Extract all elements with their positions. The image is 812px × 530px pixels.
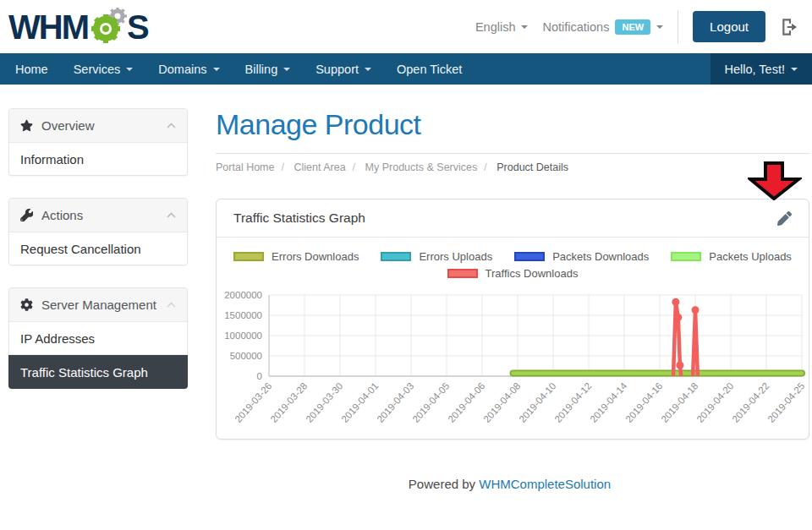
nav-item-home[interactable]: Home	[0, 53, 61, 85]
sidebar-panel-title: Overview	[41, 118, 95, 133]
nav-item-open-ticket[interactable]: Open Ticket	[384, 53, 475, 85]
sidebar-item-information[interactable]: Information	[9, 143, 187, 175]
legend-item[interactable]: Packets Downloads	[514, 250, 649, 263]
language-label: English	[475, 20, 516, 34]
whmcs-link[interactable]: WHMCompleteSolution	[479, 477, 611, 491]
sidebar-panel-actions: Actions Request Cancellation	[8, 198, 188, 265]
red-arrow-annotation	[748, 161, 802, 200]
svg-text:500000: 500000	[230, 351, 262, 361]
legend-item[interactable]: Traffics Downloads	[447, 267, 579, 280]
nav-item-domains[interactable]: Domains	[145, 53, 232, 85]
legend-row-2: Traffics Downloads	[220, 267, 805, 280]
logout-button[interactable]: Logout	[693, 11, 765, 42]
whmcs-logo[interactable]: WHM	[8, 8, 148, 46]
sidebar-header-server-management[interactable]: Server Management	[9, 288, 187, 322]
legend-item[interactable]: Errors Downloads	[233, 250, 359, 263]
wrench-icon	[20, 209, 33, 221]
sidebar: Overview Information Actions Request Can…	[8, 108, 188, 411]
legend-swatch	[447, 269, 478, 278]
language-dropdown[interactable]: English	[475, 20, 529, 34]
legend-swatch	[671, 252, 701, 261]
card-header: Traffic Statistics Graph	[217, 199, 809, 238]
edit-pencil-icon[interactable]	[777, 211, 792, 226]
svg-text:1000000: 1000000	[224, 331, 262, 341]
notifications-dropdown[interactable]: Notifications NEW	[542, 19, 663, 35]
traffic-chart: 05000001000000150000020000002019-03-2620…	[220, 287, 805, 435]
sidebar-item-traffic-statistics-graph[interactable]: Traffic Statistics Graph	[8, 354, 188, 389]
footer: Powered by WHMCompleteSolution	[216, 477, 804, 491]
breadcrumb-my-products[interactable]: My Products & Services	[365, 161, 478, 173]
chevron-down-icon	[791, 68, 798, 71]
sidebar-panel-server-management: Server Management IP Addresses Traffic S…	[8, 287, 188, 389]
legend-item[interactable]: Errors Uploads	[381, 250, 492, 263]
svg-text:2019-04-25: 2019-04-25	[765, 380, 805, 424]
legend-swatch	[233, 252, 264, 261]
svg-text:2000000: 2000000	[224, 290, 262, 300]
sidebar-item-ip-addresses[interactable]: IP Addresses	[9, 322, 187, 354]
notifications-label: Notifications	[542, 20, 609, 34]
user-menu[interactable]: Hello, Test!	[710, 53, 812, 85]
page-title: Manage Product	[216, 108, 809, 154]
legend-swatch	[381, 252, 411, 261]
legend-label: Errors Uploads	[419, 250, 492, 263]
legend-item[interactable]: Packets Uploads	[671, 250, 792, 263]
traffic-statistics-card: Traffic Statistics Graph Errors Download…	[216, 199, 809, 440]
star-icon	[20, 119, 33, 132]
legend-label: Packets Uploads	[709, 250, 792, 263]
nav-item-services[interactable]: Services	[61, 53, 146, 85]
breadcrumb-product-details: Product Details	[497, 161, 568, 173]
gear-icon	[20, 298, 33, 311]
chevron-up-icon	[167, 212, 176, 218]
svg-text:0: 0	[257, 371, 262, 381]
card-title: Traffic Statistics Graph	[233, 210, 365, 226]
breadcrumb-portal-home[interactable]: Portal Home	[216, 161, 274, 173]
chevron-up-icon	[167, 123, 176, 128]
sidebar-panel-title: Actions	[41, 208, 83, 222]
logo-text-whm: WHM	[8, 10, 88, 44]
sidebar-panel-overview: Overview Information	[8, 108, 188, 176]
card-body: Errors DownloadsErrors UploadsPackets Do…	[217, 238, 809, 439]
chevron-down-icon	[213, 68, 220, 71]
sidebar-item-request-cancellation[interactable]: Request Cancellation	[9, 232, 187, 265]
top-header: WHM	[0, 0, 812, 53]
nav-item-billing[interactable]: Billing	[233, 53, 304, 85]
legend-label: Traffics Downloads	[486, 267, 579, 280]
legend-label: Errors Downloads	[272, 250, 359, 263]
main-navbar: Home Services Domains Billing Support Op…	[0, 53, 812, 85]
chevron-down-icon	[365, 68, 371, 71]
logo-gears-icon	[89, 8, 128, 46]
header-divider	[678, 10, 678, 44]
chevron-down-icon	[283, 68, 290, 71]
legend-row-1: Errors DownloadsErrors UploadsPackets Do…	[220, 250, 805, 263]
svg-text:1500000: 1500000	[224, 310, 262, 320]
signout-icon[interactable]	[780, 16, 802, 38]
sidebar-header-actions[interactable]: Actions	[9, 199, 187, 232]
new-badge: NEW	[615, 19, 650, 35]
main-content: Manage Product Portal Home/ Client Area/…	[216, 108, 809, 440]
chevron-up-icon	[167, 302, 176, 308]
chevron-down-icon	[656, 25, 663, 29]
logo-text-s: S	[127, 10, 148, 44]
legend-swatch	[514, 252, 545, 261]
chevron-down-icon	[126, 68, 133, 71]
chevron-down-icon	[521, 25, 528, 29]
chart-wrap: 05000001000000150000020000002019-03-2620…	[220, 287, 805, 435]
breadcrumb: Portal Home/ Client Area/ My Products & …	[216, 161, 809, 173]
legend-label: Packets Downloads	[552, 250, 649, 263]
sidebar-panel-title: Server Management	[41, 298, 156, 312]
nav-item-support[interactable]: Support	[303, 53, 384, 85]
powered-by-text: Powered by	[409, 477, 475, 491]
breadcrumb-client-area[interactable]: Client Area	[294, 161, 345, 173]
sidebar-header-overview[interactable]: Overview	[9, 109, 187, 143]
